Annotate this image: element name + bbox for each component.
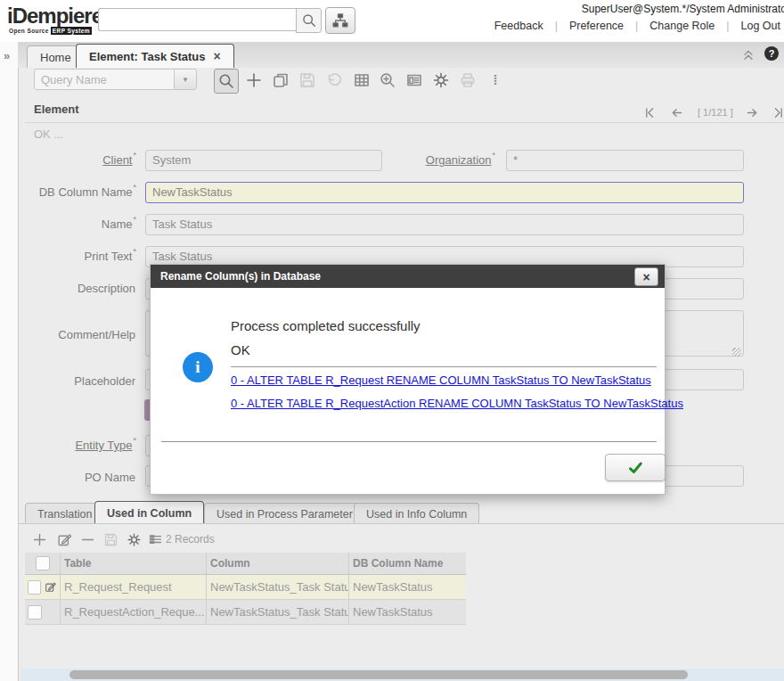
detail-new-button[interactable] <box>29 529 50 550</box>
divider <box>19 523 784 524</box>
minus-icon <box>80 532 95 547</box>
double-chevron-up-icon <box>741 47 755 62</box>
cell-table: R_RequestAction_Reque... <box>61 600 207 624</box>
close-tab-icon[interactable]: × <box>214 51 221 62</box>
app-logo: iDempiere <box>7 4 102 29</box>
logged-user-info: SuperUser@System.*/System Administrator <box>582 3 784 15</box>
app-header: iDempiere Open SourceERP System SuperUse… <box>0 0 784 42</box>
dialog-status: OK <box>231 342 250 357</box>
toolbar-copy-button[interactable] <box>269 69 292 92</box>
dialog-title: Rename Column(s) in Database <box>160 270 321 283</box>
po-name-label: PO Name <box>25 471 135 484</box>
toolbar-find-button[interactable] <box>214 69 239 94</box>
sitemap-icon <box>332 13 348 28</box>
first-record-button[interactable] <box>643 105 658 124</box>
tab-used-in-column[interactable]: Used in Column <box>94 501 204 524</box>
toolbar-zoom-across-button[interactable] <box>376 69 399 92</box>
tab-element-task-status[interactable]: Element: Task Status × <box>76 44 234 68</box>
records-list-icon <box>148 532 163 547</box>
info-icon: i <box>183 352 213 382</box>
copy-icon <box>272 71 290 89</box>
select-all-cell <box>25 553 61 574</box>
help-icon: ? <box>769 48 775 59</box>
plus-icon <box>245 71 263 89</box>
global-search-button[interactable] <box>296 8 322 33</box>
toolbar-undo-button <box>323 69 346 92</box>
cell-db-column-name: NewTaskStatus <box>349 600 466 624</box>
zoom-plus-icon <box>379 71 396 89</box>
record-position: [ 1/121 ] <box>698 107 733 118</box>
idempiere-window: iDempiere Open SourceERP System SuperUse… <box>0 0 784 681</box>
help-button[interactable]: ? <box>764 46 779 61</box>
db-column-name-label: DB Column Name <box>25 185 135 199</box>
resize-handle[interactable] <box>732 348 741 357</box>
process-log-link[interactable]: 0 - ALTER TABLE R_Request RENAME COLUMN … <box>231 373 651 387</box>
toolbar-process-button[interactable] <box>429 69 453 92</box>
global-search-input[interactable] <box>98 8 306 31</box>
toolbar-grid-toggle-button[interactable] <box>350 69 373 92</box>
organization-field[interactable]: * <box>506 150 744 171</box>
save-icon <box>103 532 118 547</box>
horizontal-scrollbar[interactable] <box>21 669 784 681</box>
scrollbar-thumb[interactable] <box>69 670 688 679</box>
undo-icon <box>325 71 343 89</box>
gear-icon <box>127 532 142 547</box>
dialog-titlebar[interactable]: Rename Column(s) in Database × <box>151 265 665 288</box>
cell-table: R_Request_Request <box>61 575 207 599</box>
process-log-link[interactable]: 0 - ALTER TABLE R_RequestAction RENAME C… <box>231 397 683 410</box>
chevron-down-icon: ▼ <box>182 76 189 84</box>
tab-translation[interactable]: Translation <box>25 503 104 524</box>
tab-used-in-info-column[interactable]: Used in Info Column <box>354 503 479 524</box>
toolbar-new-button[interactable] <box>242 69 265 92</box>
gear-icon <box>432 71 450 89</box>
toolbar-report-button[interactable] <box>403 69 426 92</box>
organization-label: Organization <box>392 153 494 167</box>
column-header[interactable]: Column <box>207 553 349 574</box>
report-window-icon <box>405 71 423 89</box>
arrow-left-icon <box>669 105 684 120</box>
cell-column: NewTaskStatus_Task Status <box>207 600 349 624</box>
last-record-icon <box>770 105 784 120</box>
cell-column: NewTaskStatus_Task Status <box>207 575 349 599</box>
query-name-input[interactable] <box>34 69 175 90</box>
collapse-all-button[interactable] <box>741 47 755 65</box>
tab-used-in-process-parameter[interactable]: Used in Process Parameter <box>204 503 365 524</box>
dialog-close-button[interactable]: × <box>634 267 658 286</box>
select-all-checkbox[interactable] <box>36 556 50 570</box>
print-text-label: Print Text <box>25 250 135 263</box>
logout-link[interactable]: Log Out <box>730 20 784 32</box>
detail-process-button[interactable] <box>123 529 144 550</box>
preference-link[interactable]: Preference <box>558 20 635 32</box>
db-column-name-field[interactable]: NewTaskStatus <box>145 182 744 203</box>
expand-sidebar-icon[interactable]: » <box>4 49 10 62</box>
menu-lookup-button[interactable] <box>325 7 355 34</box>
feedback-link[interactable]: Feedback <box>483 20 555 32</box>
detail-delete-button[interactable] <box>77 529 98 550</box>
next-record-button[interactable] <box>745 105 760 124</box>
row-checkbox[interactable] <box>28 605 42 619</box>
first-record-icon <box>643 105 658 120</box>
detail-edit-button[interactable] <box>53 529 75 550</box>
detail-save-button <box>100 529 121 550</box>
edit-row-icon[interactable] <box>45 580 56 594</box>
table-row[interactable]: R_Request_Request NewTaskStatus_Task Sta… <box>25 575 466 600</box>
edit-icon <box>57 532 72 547</box>
toolbar-more-button[interactable]: ⁞ <box>484 69 507 92</box>
cell-db-column-name: NewTaskStatus <box>349 575 466 599</box>
dialog-ok-button[interactable] <box>605 454 666 481</box>
row-checkbox[interactable] <box>28 580 41 595</box>
column-header[interactable]: DB Column Name <box>349 553 466 574</box>
client-field[interactable]: System <box>145 150 382 171</box>
table-row[interactable]: R_RequestAction_Reque... NewTaskStatus_T… <box>25 600 466 625</box>
placeholder-label: Placeholder <box>25 374 135 388</box>
table-header-row: Table Column DB Column Name <box>25 553 466 575</box>
detail-records-button[interactable] <box>144 529 166 550</box>
previous-record-button[interactable] <box>669 105 684 124</box>
last-record-button[interactable] <box>770 105 784 124</box>
divider <box>161 441 657 442</box>
name-field[interactable]: Task Status <box>145 214 744 235</box>
column-header[interactable]: Table <box>61 553 207 574</box>
client-label: Client <box>25 153 135 167</box>
query-name-dropdown-button[interactable]: ▼ <box>174 69 197 90</box>
change-role-link[interactable]: Change Role <box>638 20 726 32</box>
